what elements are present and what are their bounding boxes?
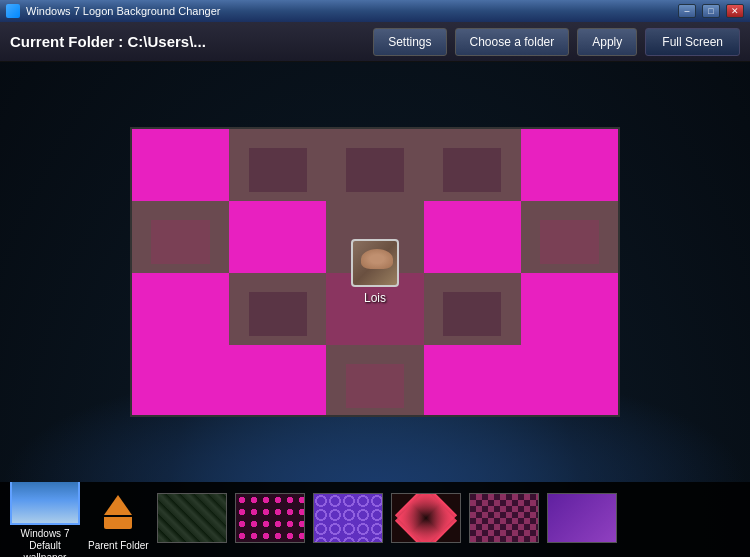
avatar	[351, 239, 399, 287]
thumbnail-wavy[interactable]	[157, 493, 227, 546]
inner-square	[346, 148, 404, 191]
thumbnail-image-default	[10, 482, 80, 525]
grid-cell	[424, 273, 521, 345]
fullscreen-button[interactable]: Full Screen	[645, 28, 740, 56]
grid-cell	[521, 345, 618, 417]
grid-cell	[132, 273, 229, 345]
grid-cell	[424, 201, 521, 273]
settings-button[interactable]: Settings	[373, 28, 446, 56]
folder-arrow-icon	[104, 495, 132, 515]
user-name: Lois	[364, 291, 386, 305]
app-icon	[6, 4, 20, 18]
grid-cell	[132, 345, 229, 417]
thumbnail-image-xpattern	[391, 493, 461, 543]
thumbnail-image-checker	[469, 493, 539, 543]
current-folder-label: Current Folder : C:\Users\...	[10, 33, 365, 50]
thumbnail-parent-folder[interactable]: Parent Folder	[88, 487, 149, 552]
thumbnail-image-wavy	[157, 493, 227, 543]
thumbnail-strip: Windows 7Defaultwallpaper Parent Folder	[0, 482, 750, 557]
thumbnail-purple[interactable]	[547, 493, 617, 546]
inner-square	[346, 364, 404, 407]
inner-square	[151, 220, 209, 263]
folder-base-icon	[104, 517, 132, 529]
grid-cell	[521, 201, 618, 273]
grid-cell	[326, 345, 423, 417]
thumbnail-image-circles	[313, 493, 383, 543]
thumbnail-checker[interactable]	[469, 493, 539, 546]
minimize-button[interactable]: –	[678, 4, 696, 18]
thumbnail-circles[interactable]	[313, 493, 383, 546]
close-button[interactable]: ✕	[726, 4, 744, 18]
wallpaper-canvas: Lois	[132, 129, 618, 415]
dots-pattern	[236, 494, 304, 542]
grid-cell	[521, 273, 618, 345]
grid-cell	[424, 345, 521, 417]
wallpaper-preview: Lois	[130, 127, 620, 417]
grid-cell	[424, 129, 521, 201]
inner-square	[540, 220, 598, 263]
parent-folder-icon	[93, 487, 143, 537]
thumbnail-xpattern[interactable]	[391, 493, 461, 546]
grid-cell	[326, 129, 423, 201]
grid-cell	[229, 129, 326, 201]
grid-cell	[229, 201, 326, 273]
maximize-button[interactable]: □	[702, 4, 720, 18]
window-title: Windows 7 Logon Background Changer	[26, 5, 672, 17]
thumbnail-image-purple	[547, 493, 617, 543]
circles-pattern	[314, 494, 382, 542]
login-overlay: Lois	[351, 239, 399, 305]
grid-cell	[132, 201, 229, 273]
thumbnail-image-dots	[235, 493, 305, 543]
thumbnail-label-default: Windows 7Defaultwallpaper	[21, 528, 70, 557]
inner-square	[249, 148, 307, 191]
inner-square	[443, 292, 501, 335]
grid-cell	[521, 129, 618, 201]
inner-square	[249, 292, 307, 335]
main-area: Lois	[0, 62, 750, 482]
thumbnail-label-parent: Parent Folder	[88, 540, 149, 552]
thumbnail-dots[interactable]	[235, 493, 305, 546]
inner-square	[443, 148, 501, 191]
grid-cell	[229, 345, 326, 417]
grid-cell	[229, 273, 326, 345]
toolbar: Current Folder : C:\Users\... Settings C…	[0, 22, 750, 62]
apply-button[interactable]: Apply	[577, 28, 637, 56]
grid-cell	[132, 129, 229, 201]
title-bar: Windows 7 Logon Background Changer – □ ✕	[0, 0, 750, 22]
choose-folder-button[interactable]: Choose a folder	[455, 28, 570, 56]
thumbnail-default[interactable]: Windows 7Defaultwallpaper	[10, 482, 80, 557]
